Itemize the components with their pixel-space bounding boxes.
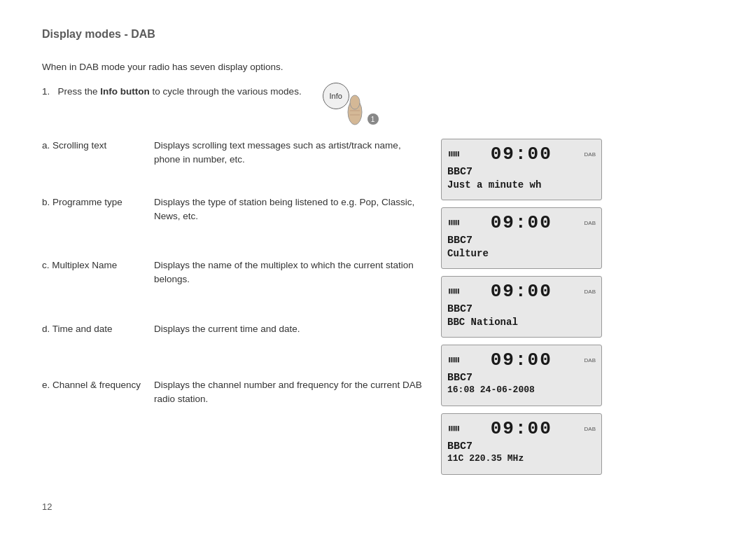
screen-4-station: BBC7 — [447, 372, 596, 385]
dab-label-2: DAB — [584, 220, 596, 226]
label-d: d. Time and date — [42, 322, 154, 334]
svg-point-1 — [350, 95, 360, 109]
label-c: c. Multiplex Name — [42, 258, 154, 270]
screen-2-topbar: ▐▐▐▐▐ 09:00 DAB — [447, 212, 596, 233]
screen-5-time: 09:00 — [491, 418, 552, 439]
signal-icon-2: ▐▐▐▐▐ — [447, 220, 458, 226]
info-circle: Info — [323, 83, 349, 109]
screen-2-station: BBC7 — [447, 235, 596, 247]
display-item-a: a. Scrolling text Displays scrolling tex… — [42, 139, 427, 167]
screen-4-time: 09:00 — [491, 349, 552, 371]
screen-1: ▐▐▐▐▐ 09:00 DAB BBC7 Just a minute wh — [441, 139, 602, 200]
info-button-illustration: Info 1 — [323, 83, 379, 125]
step1-area: 1. Press the Info button to cycle throug… — [42, 86, 714, 125]
screen-5-topbar: ▐▐▐▐▐ 09:00 DAB — [447, 418, 596, 439]
page-container: Display modes - DAB When in DAB mode you… — [0, 0, 756, 533]
screen-5-station: BBC7 — [447, 441, 596, 453]
dab-label-5: DAB — [584, 426, 596, 432]
screen-2-time: 09:00 — [491, 212, 552, 233]
signal-icon-1: ▐▐▐▐▐ — [447, 151, 458, 157]
intro-text: When in DAB mode your radio has seven di… — [42, 62, 714, 72]
display-item-e: e. Channel & frequency Displays the chan… — [42, 378, 427, 407]
dab-label-4: DAB — [584, 357, 596, 364]
step1-text: 1. Press the Info button to cycle throug… — [42, 86, 302, 97]
screen-4-topbar: ▐▐▐▐▐ 09:00 DAB — [447, 349, 596, 371]
left-column: a. Scrolling text Displays scrolling tex… — [42, 139, 427, 475]
screen-2: ▐▐▐▐▐ 09:00 DAB BBC7 Culture — [441, 207, 602, 269]
desc-d: Displays the current time and date. — [154, 322, 300, 336]
desc-b: Displays the type of station being liste… — [154, 195, 427, 224]
display-item-d: d. Time and date Displays the current ti… — [42, 322, 427, 336]
desc-c: Displays the name of the multiplex to wh… — [154, 258, 427, 287]
main-content: a. Scrolling text Displays scrolling tex… — [42, 139, 714, 475]
signal-icon-3: ▐▐▐▐▐ — [447, 289, 458, 294]
screen-3: ▐▐▐▐▐ 09:00 DAB BBC7 BBC National — [441, 276, 602, 338]
screen-3-station: BBC7 — [447, 303, 596, 316]
screen-3-info: BBC National — [447, 316, 596, 328]
page-number: 12 — [42, 501, 52, 512]
screen-3-time: 09:00 — [491, 281, 552, 302]
desc-e: Displays the channel number and frequenc… — [154, 378, 427, 407]
screen-2-info: Culture — [447, 247, 596, 260]
screen-3-topbar: ▐▐▐▐▐ 09:00 DAB — [447, 281, 596, 302]
step-number: 1 — [371, 116, 375, 123]
display-item-c: c. Multiplex Name Displays the name of t… — [42, 258, 427, 287]
screen-1-time: 09:00 — [491, 144, 552, 165]
screen-1-topbar: ▐▐▐▐▐ 09:00 DAB — [447, 144, 596, 165]
screen-1-station: BBC7 — [447, 166, 596, 179]
screen-4: ▐▐▐▐▐ 09:00 DAB BBC7 16:08 24-06-2008 — [441, 345, 602, 406]
desc-a: Displays scrolling text messages such as… — [154, 139, 427, 167]
page-title: Display modes - DAB — [42, 28, 714, 41]
label-b: b. Programme type — [42, 195, 154, 207]
label-a: a. Scrolling text — [42, 139, 154, 151]
label-e: e. Channel & frequency — [42, 378, 154, 390]
step-badge: 1 — [368, 113, 379, 125]
display-item-b: b. Programme type Displays the type of s… — [42, 195, 427, 224]
dab-label-3: DAB — [584, 289, 596, 295]
screen-5: ▐▐▐▐▐ 09:00 DAB BBC7 11C 220.35 MHz — [441, 413, 602, 475]
screen-5-info: 11C 220.35 MHz — [447, 453, 596, 465]
signal-icon-4: ▐▐▐▐▐ — [447, 357, 458, 363]
right-column: ▐▐▐▐▐ 09:00 DAB BBC7 Just a minute wh ▐▐… — [441, 139, 637, 475]
info-label: Info — [329, 92, 342, 100]
signal-icon-5: ▐▐▐▐▐ — [447, 426, 458, 431]
screen-1-info: Just a minute wh — [447, 179, 596, 191]
dab-label-1: DAB — [584, 151, 596, 158]
screen-4-info: 16:08 24-06-2008 — [447, 385, 596, 396]
